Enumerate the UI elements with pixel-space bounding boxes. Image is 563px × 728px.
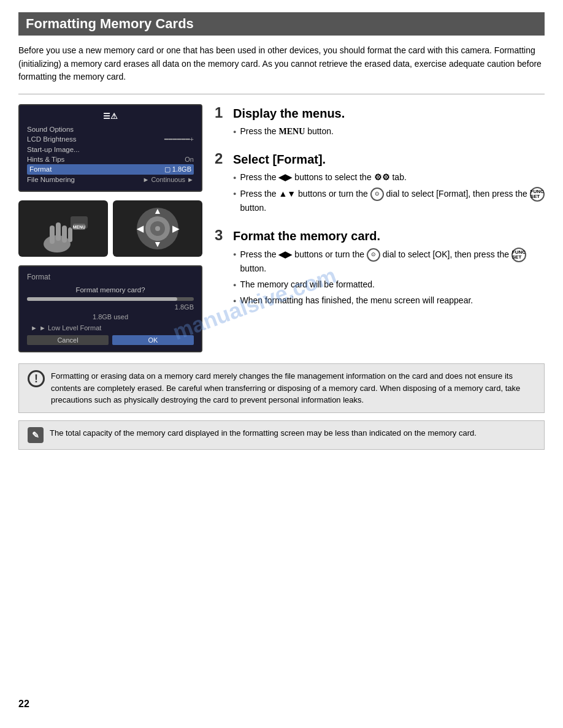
screenshots-column: ☰⚠ Sound Options LCD Brightness ━━━━━━+ … <box>18 104 202 352</box>
format-screen-title: Format <box>27 273 194 281</box>
steps-layout: ☰⚠ Sound Options LCD Brightness ━━━━━━+ … <box>18 104 545 352</box>
bullet-icon: ● <box>233 297 236 306</box>
format-dialog-text: Format memory card? <box>27 286 194 294</box>
menu-row-lcd: LCD Brightness ━━━━━━+ <box>27 134 194 145</box>
dpad-svg: ▲ ▼ ◀ ▶ <box>130 204 185 253</box>
step-1-body: ● Press the MENU button. <box>215 125 545 138</box>
step-3-item-2: ● The memory card will be formatted. <box>233 278 545 291</box>
svg-text:MENU: MENU <box>73 225 86 229</box>
svg-text:▲: ▲ <box>153 206 162 216</box>
step-1-header: 1 Display the menus. <box>215 104 545 121</box>
svg-rect-1 <box>50 226 55 244</box>
bullet-icon: ● <box>233 128 236 137</box>
menu-row-format: Format ▢ 1.8GB <box>27 164 194 175</box>
tip-note-text: The total capacity of the memory card di… <box>50 427 477 439</box>
bullet-icon: ● <box>233 281 236 290</box>
camera-menu-screen: ☰⚠ Sound Options LCD Brightness ━━━━━━+ … <box>18 104 202 192</box>
step-1: 1 Display the menus. ● Press the MENU bu… <box>215 104 545 138</box>
format-dialog-screen: Format Format memory card? 1.8GB 1.8GB u… <box>18 265 202 352</box>
format-progress-bar <box>27 297 194 301</box>
warning-note-text: Formatting or erasing data on a memory c… <box>51 370 535 406</box>
format-size-label: 1.8GB <box>27 303 194 311</box>
format-dialog-buttons: Cancel OK <box>27 335 194 345</box>
dpad-diagram: ▲ ▼ ◀ ▶ <box>113 200 202 257</box>
step-3-header: 3 Format the memory card. <box>215 227 545 244</box>
svg-rect-4 <box>68 227 72 242</box>
svg-rect-3 <box>62 226 67 243</box>
warning-note: ! Formatting or erasing data on a memory… <box>18 363 545 413</box>
instructions-column: 1 Display the menus. ● Press the MENU bu… <box>215 104 545 352</box>
intro-paragraph: Before you use a new memory card or one … <box>18 44 545 84</box>
dial-icon: ⊙ <box>370 188 384 201</box>
menu-button-svg: MENU <box>36 204 91 253</box>
menu-button-diagram: MENU <box>18 200 108 257</box>
bullet-icon: ● <box>233 190 236 199</box>
menu-row-startup: Start-up Image... <box>27 145 194 154</box>
page-title: Formatting Memory Cards <box>18 12 545 36</box>
step-1-item-1: ● Press the MENU button. <box>233 125 545 138</box>
step-1-title: Display the menus. <box>233 107 345 121</box>
warning-icon: ! <box>28 370 45 387</box>
format-progress-fill <box>27 297 177 301</box>
format-low-level: ► ► Low Level Format <box>27 324 194 332</box>
bullet-icon: ● <box>233 251 236 259</box>
step-2-body: ● Press the ◀▶ buttons to select the ⚙⚙ … <box>215 171 545 214</box>
step-3-body: ● Press the ◀▶ buttons or turn the ⊙ dia… <box>215 248 545 307</box>
step-2-title: Select [Format]. <box>233 153 326 167</box>
dial-icon-2: ⊙ <box>367 248 380 262</box>
menu-row-sound: Sound Options <box>27 124 194 134</box>
bullet-icon: ● <box>233 174 236 183</box>
svg-text:◀: ◀ <box>136 224 144 233</box>
step-2-item-2: ● Press the ▲▼ buttons or turn the ⊙ dia… <box>233 187 545 214</box>
step-2: 2 Select [Format]. ● Press the ◀▶ button… <box>215 150 545 214</box>
step-3: 3 Format the memory card. ● Press the ◀▶… <box>215 227 545 307</box>
step-3-number: 3 <box>215 227 228 244</box>
section-divider <box>18 94 545 94</box>
svg-text:▶: ▶ <box>172 224 180 233</box>
menu-row-hints: Hints & Tips On <box>27 154 194 164</box>
func-btn-icon-2: FUNCSET <box>511 248 526 262</box>
step-2-header: 2 Select [Format]. <box>215 150 545 167</box>
format-cancel-btn: Cancel <box>27 335 109 345</box>
format-ok-btn: OK <box>112 335 194 345</box>
page-number: 22 <box>18 699 29 710</box>
step-3-item-1: ● Press the ◀▶ buttons or turn the ⊙ dia… <box>233 248 545 275</box>
format-used-label: 1.8GB used <box>27 313 194 320</box>
step-1-number: 1 <box>215 104 228 121</box>
screen-header-icon: ☰⚠ <box>27 112 194 121</box>
svg-text:▼: ▼ <box>153 239 162 249</box>
step-2-item-1: ● Press the ◀▶ buttons to select the ⚙⚙ … <box>233 171 545 184</box>
step-2-number: 2 <box>215 150 228 167</box>
tip-note: ✎ The total capacity of the memory card … <box>18 420 545 450</box>
step-3-item-3: ● When formatting has finished, the menu… <box>233 294 545 307</box>
step-3-title: Format the memory card. <box>233 229 380 243</box>
func-btn-icon: FUNCSET <box>530 187 545 202</box>
svg-point-15 <box>155 226 160 231</box>
menu-row-filenumbering: File Numbering ► Continuous ► <box>27 175 194 184</box>
tip-icon: ✎ <box>28 427 44 443</box>
svg-rect-2 <box>56 222 61 241</box>
button-diagrams: MENU ▲ ▼ ◀ ▶ <box>18 200 202 257</box>
